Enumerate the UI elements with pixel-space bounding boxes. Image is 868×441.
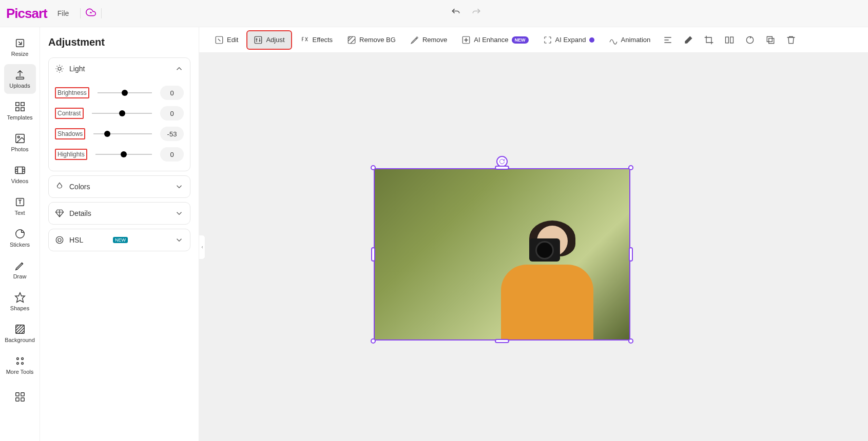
- resize-handle-br[interactable]: [628, 338, 633, 344]
- sun-icon: [55, 64, 64, 73]
- chevron-up-icon: [175, 64, 184, 73]
- file-menu[interactable]: File: [57, 9, 69, 17]
- slider-track[interactable]: [92, 113, 152, 114]
- accordion-hsl: HSL NEW: [48, 229, 190, 251]
- slider-label: Brightness: [55, 87, 89, 98]
- accordion-header-hsl[interactable]: HSL NEW: [49, 229, 190, 251]
- new-badge: NEW: [113, 237, 128, 243]
- cloud-sync-icon[interactable]: [86, 7, 96, 19]
- slider-highlights: Highlights 0: [55, 144, 184, 165]
- accordion-details: Details: [48, 202, 190, 225]
- slider-brightness: Brightness 0: [55, 83, 184, 103]
- rail-label: Resize: [11, 51, 29, 57]
- resize-handle-tr[interactable]: [628, 165, 633, 170]
- tool-adjust[interactable]: Adjust: [246, 30, 292, 50]
- tool-label: Animation: [621, 36, 651, 44]
- tool-aienhance[interactable]: AI Enhance NEW: [455, 31, 534, 49]
- rail-resize[interactable]: Resize: [4, 32, 36, 62]
- tool-remove[interactable]: Remove: [404, 31, 453, 49]
- app-logo[interactable]: Picsart: [6, 6, 47, 22]
- tool-effects[interactable]: Effects: [294, 31, 339, 49]
- svg-point-22: [58, 238, 61, 242]
- chevron-down-icon: [175, 209, 184, 218]
- tool-removebg[interactable]: Remove BG: [341, 31, 402, 49]
- accordion-label: Colors: [69, 183, 169, 191]
- accordion-label: Details: [69, 209, 169, 217]
- resize-handle-left[interactable]: [371, 247, 375, 262]
- slider-value[interactable]: 0: [160, 106, 184, 121]
- rail-extra[interactable]: [4, 382, 36, 412]
- adjust-icon: [254, 35, 263, 45]
- rail-draw[interactable]: Draw: [4, 255, 36, 285]
- slider-label: Highlights: [55, 149, 87, 160]
- tool-animation[interactable]: Animation: [603, 31, 657, 49]
- svg-rect-1: [16, 77, 24, 79]
- accordion-header-colors[interactable]: Colors: [49, 176, 190, 197]
- accordion-header-details[interactable]: Details: [49, 203, 190, 224]
- accordion-colors: Colors: [48, 175, 190, 198]
- tool-edit[interactable]: Edit: [208, 31, 244, 49]
- svg-point-30: [747, 36, 754, 43]
- rail-label: Background: [5, 337, 35, 343]
- resize-handle-bl[interactable]: [371, 338, 376, 344]
- resize-handle-bottom[interactable]: [495, 339, 509, 343]
- tool-aiexpand[interactable]: AI Expand: [537, 31, 601, 49]
- delete-button[interactable]: [782, 31, 800, 49]
- rail-label: Templates: [7, 114, 32, 121]
- rail-background[interactable]: Background: [4, 318, 36, 348]
- resize-handle-tl[interactable]: [371, 165, 376, 170]
- layers-button[interactable]: [761, 31, 780, 49]
- undo-icon[interactable]: [451, 7, 461, 19]
- crop-button[interactable]: [700, 31, 718, 49]
- aiexpand-icon: [543, 35, 552, 45]
- accordion-header-light[interactable]: Light: [49, 58, 190, 79]
- rail-videos[interactable]: Videos: [4, 159, 36, 189]
- rail-text[interactable]: Text: [4, 191, 36, 221]
- redo-icon[interactable]: [471, 7, 481, 19]
- accordion-label: Light: [69, 65, 169, 73]
- svg-point-13: [21, 358, 23, 360]
- rail-label: Stickers: [10, 242, 30, 248]
- rotate-button[interactable]: [741, 31, 759, 49]
- rail-more-tools[interactable]: More Tools: [4, 350, 36, 380]
- slider-label: Contrast: [55, 108, 84, 119]
- svg-rect-5: [21, 108, 24, 111]
- eraser-button[interactable]: [679, 31, 698, 49]
- svg-rect-8: [15, 167, 24, 174]
- rail-label: Videos: [11, 178, 28, 184]
- resize-handle-top[interactable]: [495, 166, 509, 170]
- slider-track[interactable]: [98, 92, 152, 93]
- tool-label: Effects: [313, 36, 333, 44]
- removebg-icon: [347, 35, 356, 45]
- flip-button[interactable]: [720, 31, 739, 49]
- svg-rect-29: [730, 37, 734, 43]
- new-badge: NEW: [512, 36, 529, 44]
- slider-value[interactable]: 0: [160, 86, 184, 100]
- resize-handle-right[interactable]: [629, 247, 633, 262]
- svg-rect-17: [21, 393, 24, 396]
- slider-shadows: Shadows -53: [55, 124, 184, 144]
- slider-value[interactable]: -53: [160, 127, 184, 141]
- selected-image[interactable]: [374, 168, 630, 340]
- rail-label: Text: [14, 210, 25, 216]
- image-subject: [501, 210, 593, 340]
- align-button[interactable]: [659, 31, 677, 49]
- svg-point-26: [416, 37, 418, 38]
- svg-point-20: [58, 67, 61, 70]
- rail-uploads[interactable]: Uploads: [4, 64, 36, 94]
- slider-track[interactable]: [95, 154, 152, 155]
- new-dot: [589, 37, 594, 43]
- canvas-content[interactable]: [199, 53, 868, 441]
- slider-value[interactable]: 0: [160, 147, 184, 162]
- panel-title: Adjustment: [48, 36, 190, 48]
- slider-track[interactable]: [93, 133, 152, 134]
- rail-photos[interactable]: Photos: [4, 128, 36, 157]
- diamond-icon: [55, 209, 64, 218]
- rail-templates[interactable]: Templates: [4, 96, 36, 126]
- rail-label: Photos: [11, 146, 28, 152]
- rail-stickers[interactable]: Stickers: [4, 223, 36, 253]
- svg-rect-28: [726, 37, 729, 43]
- rail-shapes[interactable]: Shapes: [4, 287, 36, 316]
- collapse-panel-tab[interactable]: [199, 235, 205, 259]
- animation-icon: [609, 35, 618, 45]
